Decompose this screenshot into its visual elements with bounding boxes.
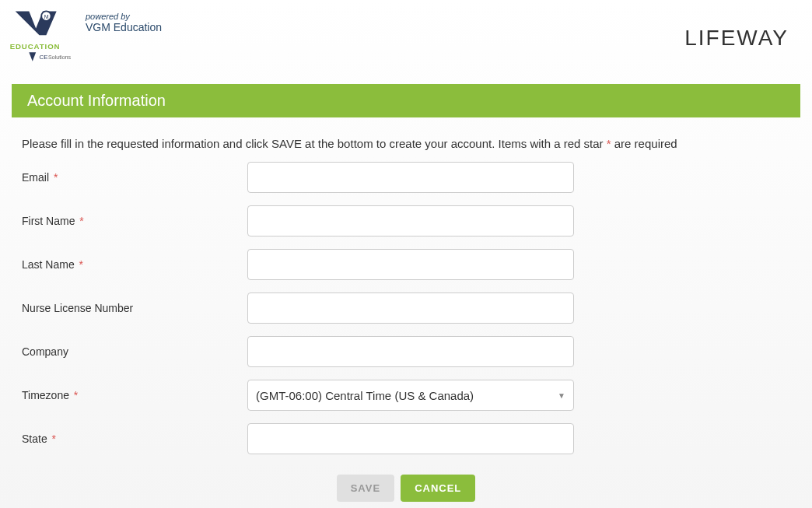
cancel-button[interactable]: CANCEL [401, 475, 475, 502]
save-button[interactable]: SAVE [337, 475, 394, 502]
required-star: * [52, 433, 56, 445]
state-field[interactable] [247, 423, 574, 454]
first-name-field[interactable] [247, 205, 574, 236]
form-instructions: Please fill in the requested information… [0, 117, 812, 162]
brand-name: LIFEWAY [684, 26, 789, 51]
required-star: * [74, 389, 78, 401]
instructions-text-after: are required [611, 137, 677, 150]
form-area: Email * First Name * Last Name * Nurse L… [0, 162, 812, 508]
required-star: * [54, 171, 58, 184]
form-row-state: State * [22, 423, 790, 454]
powered-by-name: VGM Education [86, 21, 162, 33]
svg-text:Solutions: Solutions [48, 54, 71, 60]
nurse-license-label: Nurse License Number [22, 302, 247, 314]
form-row-nurse-license: Nurse License Number [22, 293, 790, 324]
svg-text:EDUCATION: EDUCATION [10, 42, 61, 51]
svg-text:CE: CE [40, 54, 48, 61]
button-row: SAVE CANCEL [22, 467, 790, 508]
first-name-label: First Name * [22, 215, 247, 227]
section-title: Account Information [12, 84, 800, 117]
form-row-email: Email * [22, 162, 790, 193]
form-row-first-name: First Name * [22, 205, 790, 236]
page-header: M EDUCATION CE Solutions powered by VGM … [0, 0, 812, 84]
state-label: State * [22, 433, 247, 445]
timezone-value: (GMT-06:00) Central Time (US & Canada) [256, 389, 474, 402]
logo-area: M EDUCATION CE Solutions powered by VGM … [8, 8, 162, 68]
powered-by-block: powered by VGM Education [86, 12, 162, 33]
required-star: * [79, 258, 83, 271]
form-row-last-name: Last Name * [22, 249, 790, 280]
nurse-license-field[interactable] [247, 293, 574, 324]
email-label: Email * [22, 171, 247, 184]
chevron-down-icon: ▼ [558, 391, 565, 400]
form-row-company: Company [22, 336, 790, 367]
instructions-text-before: Please fill in the requested information… [22, 137, 607, 150]
email-field[interactable] [247, 162, 574, 193]
company-label: Company [22, 345, 247, 358]
svg-text:M: M [44, 14, 49, 19]
timezone-label: Timezone * [22, 389, 247, 401]
last-name-field[interactable] [247, 249, 574, 280]
powered-by-label: powered by [86, 12, 162, 21]
last-name-label: Last Name * [22, 258, 247, 271]
timezone-select[interactable]: (GMT-06:00) Central Time (US & Canada) ▼ [247, 380, 574, 411]
required-star: * [79, 215, 83, 227]
company-field[interactable] [247, 336, 574, 367]
form-row-timezone: Timezone * (GMT-06:00) Central Time (US … [22, 380, 790, 411]
vgm-logo: M EDUCATION CE Solutions [8, 8, 78, 68]
